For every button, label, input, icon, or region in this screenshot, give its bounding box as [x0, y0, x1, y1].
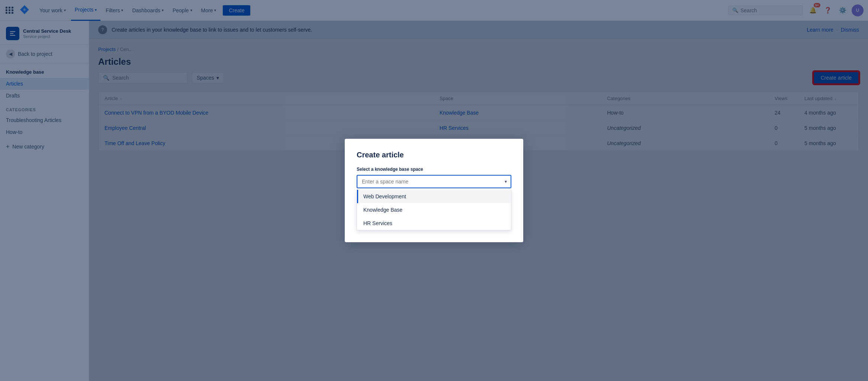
- modal-overlay[interactable]: Create article Select a knowledge base s…: [0, 0, 868, 381]
- space-name-input[interactable]: [357, 175, 511, 188]
- modal-label: Select a knowledge base space: [357, 167, 511, 172]
- space-dropdown: Web Development Knowledge Base HR Servic…: [357, 190, 511, 230]
- dropdown-item-knowledge-base[interactable]: Knowledge Base: [357, 203, 511, 217]
- dropdown-item-hr-services[interactable]: HR Services: [357, 217, 511, 230]
- space-select-container: ▾: [357, 175, 511, 188]
- modal-title: Create article: [357, 151, 511, 159]
- dropdown-item-web-dev[interactable]: Web Development: [357, 190, 511, 203]
- create-article-modal: Create article Select a knowledge base s…: [345, 139, 523, 242]
